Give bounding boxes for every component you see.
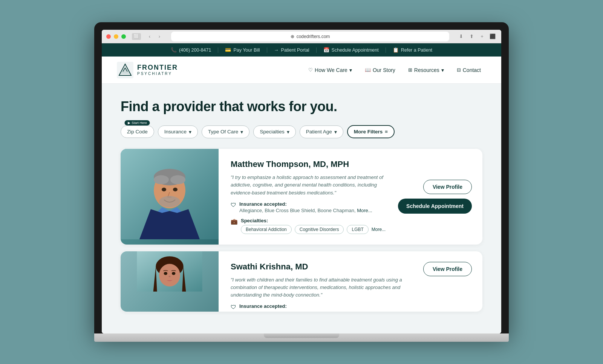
share-icon[interactable]: ⬆ [467, 32, 476, 41]
screen-bezel: ⬜ ‹ › ⊕ codedrifters.com ⬇ ⬆ + ⬛ [94, 22, 509, 333]
svg-point-13 [159, 196, 180, 207]
filters-row: ▶ Start Here Zip Code Insurance ▾ Type O… [121, 125, 482, 138]
type-of-care-filter[interactable]: Type Of Care ▾ [202, 125, 249, 138]
patient-portal-link[interactable]: → Patient Portal [267, 47, 316, 53]
zip-code-filter[interactable]: Zip Code [121, 125, 154, 138]
download-icon[interactable]: ⬇ [457, 32, 465, 41]
main-nav: FRONTIER PSYCHIATRY ♡ How We Care ▾ 📖 Ou… [102, 57, 501, 84]
pay-bill-label: Pay Your Bill [233, 47, 260, 53]
more-filters-button[interactable]: More Filters ≡ [347, 125, 395, 138]
patient-portal-label: Patient Portal [281, 47, 309, 53]
logo-icon [117, 62, 133, 78]
nav-links: ♡ How We Care ▾ 📖 Our Story ⊞ Resources … [303, 64, 486, 76]
filter-icon: ≡ [385, 129, 388, 135]
close-button[interactable] [106, 34, 111, 39]
insurance-section-swathi: 🛡 Insurance accepted: [231, 303, 411, 310]
page-content: Find a provider that works for you. ▶ St… [102, 84, 501, 333]
provider-info-swathi: Swathi Krishna, MD "I work with children… [219, 251, 423, 312]
chevron-down-icon-specialties: ▾ [287, 129, 289, 135]
specialties-filter[interactable]: Specialties ▾ [253, 125, 295, 138]
shield-icon-matthew: 🛡 [231, 202, 236, 208]
provider-quote-swathi: "I work with children and their families… [231, 276, 411, 299]
maximize-button[interactable] [121, 34, 126, 39]
forward-button[interactable]: › [155, 32, 164, 41]
view-profile-button-matthew[interactable]: View Profile [423, 180, 472, 194]
svg-point-18 [172, 272, 175, 275]
specialties-more-link-matthew[interactable]: More... [372, 227, 386, 232]
logo-title: FRONTIER [137, 64, 178, 72]
laptop-base [94, 333, 509, 342]
tag-behavioral: Behavioral Addiction [241, 225, 292, 234]
sidebar-toggle-button[interactable]: ⬜ [132, 33, 141, 40]
nav-contact[interactable]: ⊟ Contact [451, 64, 486, 76]
lock-icon: ⊕ [291, 34, 294, 39]
grid-icon: ⊞ [408, 67, 412, 73]
provider-card-swathi: Swathi Krishna, MD "I work with children… [121, 251, 482, 312]
svg-point-12 [173, 188, 178, 191]
specialty-tags-matthew: Behavioral Addiction Cognitive Disorders… [241, 225, 386, 234]
new-tab-icon[interactable]: + [478, 32, 486, 41]
chevron-down-icon-care: ▾ [240, 129, 243, 135]
svg-point-10 [170, 175, 185, 184]
specialties-section-matthew: 💼 Specialties: Behavioral Addiction Cogn… [231, 218, 386, 234]
insurance-content-swathi: Insurance accepted: [239, 303, 411, 309]
logo-subtitle: PSYCHIATRY [137, 72, 178, 76]
portal-icon: → [274, 47, 279, 53]
tag-cognitive: Cognitive Disorders [295, 225, 344, 234]
provider-name-matthew: Matthew Thompson, MD, MPH [231, 159, 386, 169]
specialties-content-matthew: Specialties: Behavioral Addiction Cognit… [241, 218, 386, 234]
back-button[interactable]: ‹ [145, 32, 154, 41]
provider-photo-swathi [121, 251, 219, 312]
provider-info-matthew: Matthew Thompson, MD, MPH "I try to emph… [219, 149, 398, 244]
provider-photo-matthew [121, 149, 219, 244]
schedule-link[interactable]: 📅 Schedule Appointment [317, 47, 386, 53]
svg-point-19 [168, 275, 170, 277]
card-icon: 💳 [225, 47, 231, 53]
insurance-filter[interactable]: Insurance ▾ [158, 125, 198, 138]
url-text: codedrifters.com [297, 34, 330, 39]
insurance-more-link-matthew[interactable]: More... [357, 208, 372, 213]
svg-point-9 [154, 175, 169, 184]
refer-link[interactable]: 📋 Refer a Patient [386, 47, 439, 53]
screen-inner: ⬜ ‹ › ⊕ codedrifters.com ⬇ ⬆ + ⬛ [102, 30, 501, 333]
chevron-down-icon-age: ▾ [334, 129, 337, 135]
svg-point-16 [159, 264, 180, 286]
svg-point-17 [164, 272, 167, 275]
schedule-label: Schedule Appointment [332, 47, 379, 53]
address-bar[interactable]: ⊕ codedrifters.com [171, 32, 449, 41]
book-icon: 📖 [365, 67, 371, 73]
provider-card-matthew: Matthew Thompson, MD, MPH "I try to emph… [121, 149, 482, 244]
heart-icon: ♡ [308, 67, 313, 73]
nav-how-we-care[interactable]: ♡ How We Care ▾ [303, 64, 357, 76]
chevron-down-icon-insurance: ▾ [189, 129, 191, 135]
tag-lgbt: LGBT [347, 225, 368, 234]
insurance-value-matthew: Allegiance, Blue Cross Blue Shield, Boon… [239, 208, 386, 213]
provider-quote-matthew: "I try to emphasize a holistic approach … [231, 174, 386, 196]
utility-bar: 📞 (406) 200-8471 💳 Pay Your Bill → Patie… [102, 43, 501, 57]
laptop-notch [264, 333, 339, 338]
logo[interactable]: FRONTIER PSYCHIATRY [117, 62, 178, 78]
refer-icon: 📋 [393, 47, 399, 53]
patient-age-filter[interactable]: Patient Age ▾ [300, 125, 343, 138]
refer-label: Refer a Patient [401, 47, 432, 53]
page-title: Find a provider that works for you. [121, 99, 482, 115]
pay-bill-link[interactable]: 💳 Pay Your Bill [218, 47, 266, 53]
provider-name-swathi: Swathi Krishna, MD [231, 262, 411, 272]
phone-link[interactable]: 📞 (406) 200-8471 [164, 47, 218, 53]
view-profile-button-swathi[interactable]: View Profile [423, 262, 472, 276]
briefcase-icon-matthew: 💼 [231, 218, 238, 225]
schedule-button-matthew[interactable]: Schedule Appointment [398, 199, 472, 214]
chevron-down-icon: ▾ [349, 67, 352, 73]
split-view-icon[interactable]: ⬛ [488, 32, 497, 41]
nav-resources[interactable]: ⊞ Resources ▾ [403, 64, 449, 76]
logo-text: FRONTIER PSYCHIATRY [137, 64, 178, 76]
shield-icon-swathi: 🛡 [231, 304, 236, 310]
nav-our-story[interactable]: 📖 Our Story [360, 64, 401, 76]
start-here-badge: ▶ Start Here [125, 120, 150, 125]
provider-actions-swathi: View Profile [423, 251, 482, 312]
laptop-frame: ⬜ ‹ › ⊕ codedrifters.com ⬇ ⬆ + ⬛ [94, 22, 509, 341]
chevron-down-icon-resources: ▾ [441, 67, 444, 73]
phone-icon: 📞 [171, 47, 177, 53]
minimize-button[interactable] [114, 34, 118, 39]
macos-chrome: ⬜ ‹ › ⊕ codedrifters.com ⬇ ⬆ + ⬛ [102, 30, 501, 43]
